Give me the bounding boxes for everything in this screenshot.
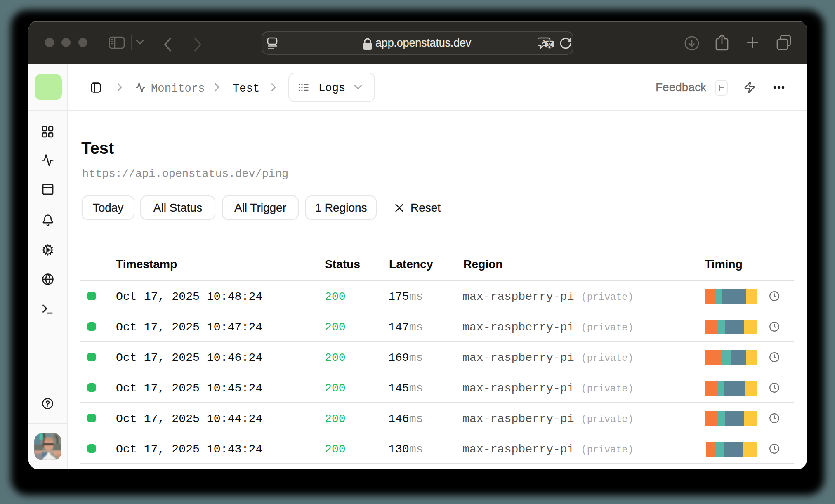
svg-text:文: 文 xyxy=(546,41,552,47)
